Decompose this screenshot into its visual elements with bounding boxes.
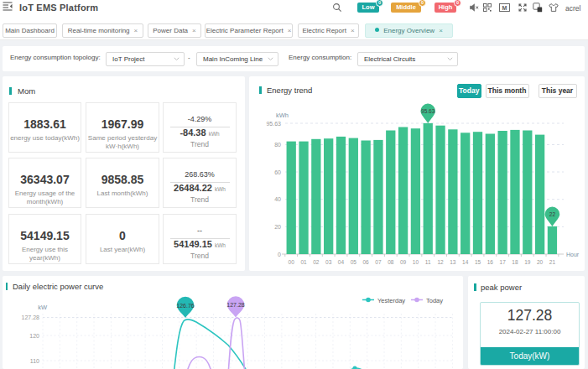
svg-text:126.76: 126.76	[176, 303, 195, 309]
svg-text:02: 02	[313, 259, 320, 265]
svg-text:kWh: kWh	[276, 112, 289, 119]
svg-text:00: 00	[289, 259, 295, 265]
svg-text:110: 110	[30, 358, 39, 364]
svg-text:09: 09	[400, 259, 407, 265]
svg-text:21: 21	[549, 259, 556, 265]
svg-text:95.63: 95.63	[421, 108, 435, 114]
svg-text:80: 80	[274, 142, 281, 148]
svg-text:40: 40	[274, 196, 281, 202]
svg-text:60: 60	[274, 169, 281, 175]
svg-text:12: 12	[437, 259, 444, 265]
svg-text:07: 07	[375, 259, 382, 265]
svg-text:120: 120	[29, 333, 39, 339]
svg-text:19: 19	[524, 259, 531, 265]
svg-text:Yesterday: Yesterday	[377, 297, 405, 304]
svg-text:20: 20	[274, 224, 281, 230]
svg-text:13: 13	[450, 259, 456, 265]
svg-text:01: 01	[300, 259, 307, 265]
svg-text:127.28: 127.28	[226, 302, 245, 308]
svg-text:22: 22	[549, 211, 556, 217]
svg-text:20: 20	[537, 259, 544, 265]
svg-text:M: M	[502, 5, 507, 11]
svg-text:04: 04	[338, 259, 345, 265]
svg-text:Hour: Hour	[566, 252, 580, 257]
svg-text:18: 18	[512, 259, 518, 265]
svg-text:Today: Today	[426, 297, 443, 304]
svg-text:95.63: 95.63	[266, 121, 281, 127]
svg-text:16: 16	[487, 259, 494, 265]
svg-text:14: 14	[462, 259, 469, 265]
svg-text:127.28: 127.28	[22, 314, 40, 320]
svg-text:15: 15	[475, 259, 481, 265]
svg-text:11: 11	[425, 259, 431, 265]
svg-text:17: 17	[500, 259, 507, 265]
svg-text:08: 08	[388, 259, 394, 265]
svg-text:10: 10	[413, 259, 419, 265]
svg-text:0: 0	[278, 252, 281, 257]
svg-text:05: 05	[351, 259, 357, 265]
svg-text:06: 06	[363, 259, 370, 265]
svg-text:03: 03	[325, 259, 332, 265]
svg-text:kW: kW	[38, 304, 48, 311]
